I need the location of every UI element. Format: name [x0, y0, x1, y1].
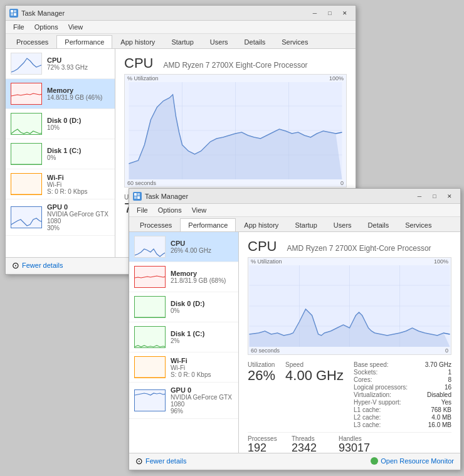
memory-detail-2: 21.8/31.9 GB (68%) — [171, 277, 233, 284]
cores-value-2: 8 — [448, 376, 451, 383]
sidebar-item-gpu-2[interactable]: GPU 0 NVIDIA GeForce GTX 108096% — [129, 383, 238, 419]
disk0-mini-graph-1 — [11, 113, 42, 135]
app-icon-1 — [9, 9, 18, 18]
menu-file-1[interactable]: File — [8, 22, 29, 32]
hyperv-label: Hyper-V support: — [354, 399, 401, 406]
menu-view-1[interactable]: View — [63, 22, 88, 32]
tab-users-1[interactable]: Users — [202, 35, 236, 48]
sidebar-item-memory-1[interactable]: Memory 14.8/31.9 GB (46%) — [6, 79, 115, 109]
titlebar-1: Task Manager ─ □ ✕ — [6, 6, 356, 21]
speed-stat-2: Speed 4.00 GHz — [285, 361, 344, 383]
logical-proc-value: 16 — [445, 384, 451, 391]
menu-view-2[interactable]: View — [187, 205, 212, 215]
sidebar-item-disk0-2[interactable]: Disk 0 (D:) 0% — [129, 292, 238, 322]
memory-label-2: Memory — [171, 270, 233, 277]
footer-2: ⊙ Fewer details Open Resource Monitor — [129, 453, 460, 468]
content-2: CPU 26% 4.00 GHz Memory 21.8/31.9 GB (68… — [129, 232, 460, 453]
disk0-label-2: Disk 0 (D:) — [171, 300, 233, 307]
virtualization-value: Disabled — [427, 391, 451, 398]
sidebar-item-wifi-2[interactable]: Wi-Fi Wi-FiS: 0 R: 0 Kbps — [129, 352, 238, 383]
tab-processes-2[interactable]: Processes — [132, 218, 180, 231]
l2-value: 4.0 MB — [431, 414, 451, 421]
wifi-detail-2: Wi-FiS: 0 R: 0 Kbps — [171, 364, 233, 378]
tab-startup-2[interactable]: Startup — [287, 218, 325, 231]
sidebar-item-disk1-1[interactable]: Disk 1 (C:) 0% — [6, 139, 115, 169]
tab-processes-1[interactable]: Processes — [8, 35, 56, 48]
disk0-detail-2: 0% — [171, 307, 233, 314]
disk0-mini-graph-2 — [134, 296, 166, 318]
sockets-label-2: Sockets: — [354, 369, 377, 376]
gpu-mini-graph-1 — [11, 206, 42, 228]
threads-stat: Threads 2342 — [292, 435, 326, 453]
main-panel-2: CPU AMD Ryzen 7 2700X Eight-Core Process… — [239, 232, 460, 453]
cpu-label-1: CPU — [47, 56, 110, 64]
svg-rect-6 — [11, 114, 42, 135]
close-btn-2[interactable]: ✕ — [443, 191, 456, 201]
memory-label-1: Memory — [47, 87, 110, 94]
tab-performance-1[interactable]: Performance — [56, 35, 112, 48]
sidebar-item-wifi-1[interactable]: Wi-Fi Wi-FiS: 0 R: 0 Kbps — [6, 169, 115, 199]
sidebar-item-cpu-1[interactable]: CPU 72% 3.93 GHz — [6, 49, 115, 79]
cpu-label-2: CPU — [171, 240, 233, 247]
maximize-btn-1[interactable]: □ — [323, 8, 337, 18]
memory-mini-graph-1 — [11, 83, 42, 105]
wifi-mini-graph-2 — [134, 356, 166, 378]
minimize-btn-1[interactable]: ─ — [308, 8, 322, 18]
sidebar-item-disk0-1[interactable]: Disk 0 (D:) 10% — [6, 109, 115, 139]
cpu-mini-graph-1 — [11, 53, 42, 75]
tab-performance-2[interactable]: Performance — [180, 218, 236, 231]
close-btn-1[interactable]: ✕ — [338, 8, 352, 18]
svg-rect-19 — [134, 196, 137, 199]
tab-startup-1[interactable]: Startup — [163, 35, 201, 48]
memory-detail-1: 14.8/31.9 GB (46%) — [47, 94, 110, 101]
handles-stat: Handles 93017 — [339, 435, 370, 453]
minimize-btn-2[interactable]: ─ — [413, 191, 426, 201]
svg-rect-24 — [135, 327, 166, 348]
chevron-icon-1: ⊙ — [12, 260, 19, 270]
l1-value: 768 KB — [431, 406, 451, 413]
window2-title: Task Manager — [145, 193, 188, 200]
tab-details-2[interactable]: Details — [360, 218, 398, 231]
disk0-detail-1: 10% — [47, 124, 110, 131]
util-value-2: 26% — [248, 368, 275, 383]
cpu-detail-2: 26% 4.00 GHz — [171, 247, 233, 254]
tab-services-1[interactable]: Services — [273, 35, 316, 48]
maximize-btn-2[interactable]: □ — [428, 191, 441, 201]
chart-y-label-2: % Utilization — [251, 258, 282, 265]
menu-options-1[interactable]: Options — [29, 22, 63, 32]
main-title-1: CPU — [124, 55, 153, 71]
sidebar-item-cpu-2[interactable]: CPU 26% 4.00 GHz — [129, 232, 238, 262]
cpu-chart-1: % Utilization 100% 60 s — [124, 74, 347, 188]
tab-services-2[interactable]: Services — [397, 218, 440, 231]
svg-rect-20 — [137, 196, 140, 199]
open-resource-2[interactable]: Open Resource Monitor — [381, 457, 454, 465]
disk1-detail-2: 2% — [171, 337, 233, 344]
cpu-chart-2: % Utilization 100% 60 seconds — [248, 257, 451, 355]
threads-value: 2342 — [292, 442, 326, 453]
sidebar-item-disk1-2[interactable]: Disk 1 (C:) 2% — [129, 322, 238, 352]
titlebar-2: Task Manager ─ □ ✕ — [129, 189, 460, 204]
l2-label: L2 cache: — [354, 414, 381, 421]
chart-x-right-2: 0 — [445, 347, 448, 354]
sidebar-item-memory-2[interactable]: Memory 21.8/31.9 GB (68%) — [129, 262, 238, 292]
tab-apphistory-2[interactable]: App history — [236, 218, 287, 231]
cpu-chart-svg-1 — [125, 82, 346, 179]
speed-value-2: 4.00 GHz — [285, 368, 344, 383]
fewer-details-1[interactable]: Fewer details — [22, 262, 63, 269]
hyperv-value: Yes — [441, 399, 451, 406]
tab-details-1[interactable]: Details — [236, 35, 274, 48]
gpu-detail-2: NVIDIA GeForce GTX 108096% — [171, 394, 233, 415]
window1-title: Task Manager — [21, 9, 65, 17]
wifi-detail-1: Wi-FiS: 0 R: 0 Kbps — [47, 181, 110, 195]
sidebar-item-gpu-1[interactable]: GPU 0 NVIDIA GeForce GTX 108030% — [6, 199, 115, 236]
chart-x-right-1: 0 — [340, 180, 344, 186]
tab-users-2[interactable]: Users — [325, 218, 360, 231]
menu-file-2[interactable]: File — [132, 205, 153, 215]
menu-options-2[interactable]: Options — [153, 205, 187, 215]
fewer-details-2[interactable]: Fewer details — [145, 457, 186, 465]
menubar-2: File Options View — [129, 204, 460, 217]
gpu-detail-1: NVIDIA GeForce GTX 108030% — [47, 211, 110, 231]
chart-x-left-2: 60 seconds — [251, 347, 280, 354]
tab-apphistory-1[interactable]: App history — [112, 35, 163, 48]
chart-y-max-2: 100% — [434, 258, 448, 265]
